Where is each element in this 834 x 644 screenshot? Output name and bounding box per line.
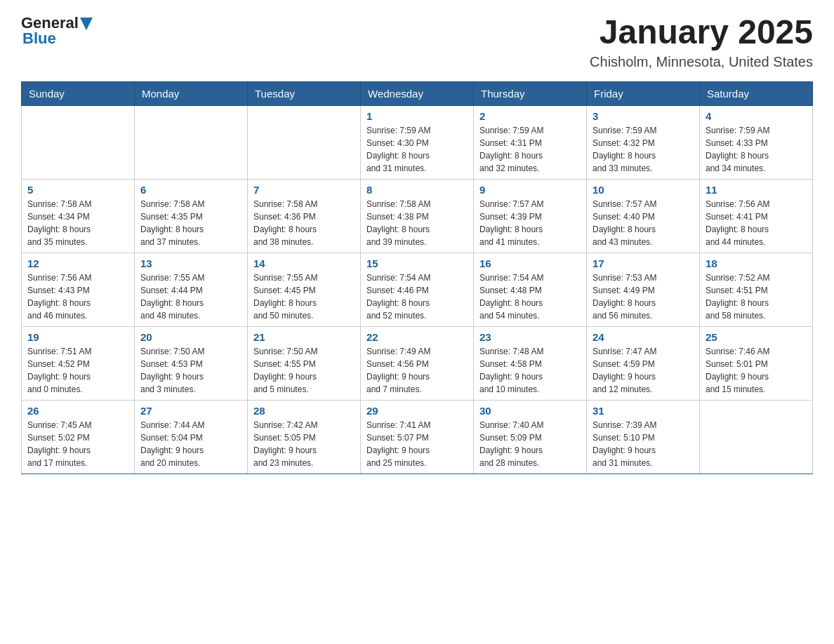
- calendar-cell: 6Sunrise: 7:58 AMSunset: 4:35 PMDaylight…: [135, 179, 248, 253]
- logo-blue-text: Blue: [22, 29, 56, 48]
- day-info: Sunrise: 7:51 AMSunset: 4:52 PMDaylight:…: [27, 345, 128, 396]
- day-info: Sunrise: 7:39 AMSunset: 5:10 PMDaylight:…: [593, 419, 694, 469]
- day-number: 4: [706, 110, 807, 122]
- day-number: 15: [366, 257, 468, 269]
- calendar-cell: 2Sunrise: 7:59 AMSunset: 4:31 PMDaylight…: [474, 105, 587, 179]
- day-info: Sunrise: 7:47 AMSunset: 4:59 PMDaylight:…: [593, 345, 694, 396]
- day-number: 20: [140, 331, 241, 343]
- calendar-week-1: 1Sunrise: 7:59 AMSunset: 4:30 PMDaylight…: [22, 105, 813, 179]
- day-info: Sunrise: 7:48 AMSunset: 4:58 PMDaylight:…: [479, 345, 581, 396]
- day-info: Sunrise: 7:42 AMSunset: 5:05 PMDaylight:…: [253, 419, 355, 469]
- calendar-cell: 5Sunrise: 7:58 AMSunset: 4:34 PMDaylight…: [22, 179, 135, 253]
- day-info: Sunrise: 7:58 AMSunset: 4:34 PMDaylight:…: [27, 198, 128, 248]
- calendar-cell: 12Sunrise: 7:56 AMSunset: 4:43 PMDayligh…: [22, 253, 135, 326]
- calendar-cell: [248, 105, 361, 179]
- day-info: Sunrise: 7:45 AMSunset: 5:02 PMDaylight:…: [27, 419, 128, 469]
- day-number: 18: [706, 257, 807, 269]
- day-header-tuesday: Tuesday: [248, 81, 361, 105]
- day-info: Sunrise: 7:50 AMSunset: 4:55 PMDaylight:…: [253, 345, 355, 396]
- day-header-sunday: Sunday: [22, 81, 135, 105]
- logo-triangle-icon: [80, 18, 93, 30]
- day-info: Sunrise: 7:53 AMSunset: 4:49 PMDaylight:…: [593, 271, 694, 322]
- calendar-cell: 17Sunrise: 7:53 AMSunset: 4:49 PMDayligh…: [587, 253, 700, 326]
- day-info: Sunrise: 7:59 AMSunset: 4:33 PMDaylight:…: [706, 124, 807, 175]
- calendar-cell: 14Sunrise: 7:55 AMSunset: 4:45 PMDayligh…: [248, 253, 361, 326]
- calendar-cell: [700, 400, 813, 474]
- calendar-cell: 10Sunrise: 7:57 AMSunset: 4:40 PMDayligh…: [587, 179, 700, 253]
- calendar-cell: 3Sunrise: 7:59 AMSunset: 4:32 PMDaylight…: [587, 105, 700, 179]
- day-number: 13: [140, 257, 241, 269]
- day-number: 7: [253, 184, 355, 196]
- day-info: Sunrise: 7:57 AMSunset: 4:40 PMDaylight:…: [593, 198, 694, 248]
- day-info: Sunrise: 7:52 AMSunset: 4:51 PMDaylight:…: [706, 271, 807, 322]
- day-info: Sunrise: 7:58 AMSunset: 4:36 PMDaylight:…: [253, 198, 355, 248]
- day-number: 19: [27, 331, 128, 343]
- day-info: Sunrise: 7:59 AMSunset: 4:31 PMDaylight:…: [479, 124, 581, 175]
- calendar-cell: 19Sunrise: 7:51 AMSunset: 4:52 PMDayligh…: [22, 326, 135, 400]
- calendar-week-4: 19Sunrise: 7:51 AMSunset: 4:52 PMDayligh…: [22, 326, 813, 400]
- location-title: Chisholm, Minnesota, United States: [590, 54, 813, 70]
- calendar-cell: 15Sunrise: 7:54 AMSunset: 4:46 PMDayligh…: [361, 253, 474, 326]
- day-info: Sunrise: 7:56 AMSunset: 4:43 PMDaylight:…: [27, 271, 128, 322]
- logo: General Blue: [21, 14, 93, 48]
- day-number: 31: [593, 405, 694, 417]
- calendar-cell: 23Sunrise: 7:48 AMSunset: 4:58 PMDayligh…: [474, 326, 587, 400]
- calendar-cell: 16Sunrise: 7:54 AMSunset: 4:48 PMDayligh…: [474, 253, 587, 326]
- day-info: Sunrise: 7:58 AMSunset: 4:35 PMDaylight:…: [140, 198, 241, 248]
- page-header: General Blue January 2025 Chisholm, Minn…: [21, 14, 813, 70]
- day-number: 1: [366, 110, 468, 122]
- calendar-week-5: 26Sunrise: 7:45 AMSunset: 5:02 PMDayligh…: [22, 400, 813, 474]
- calendar-cell: 8Sunrise: 7:58 AMSunset: 4:38 PMDaylight…: [361, 179, 474, 253]
- day-number: 22: [366, 331, 468, 343]
- calendar-cell: 27Sunrise: 7:44 AMSunset: 5:04 PMDayligh…: [135, 400, 248, 474]
- day-number: 25: [706, 331, 807, 343]
- day-info: Sunrise: 7:54 AMSunset: 4:46 PMDaylight:…: [366, 271, 468, 322]
- calendar-cell: 24Sunrise: 7:47 AMSunset: 4:59 PMDayligh…: [587, 326, 700, 400]
- day-header-thursday: Thursday: [474, 81, 587, 105]
- svg-marker-0: [80, 18, 93, 30]
- calendar-cell: 4Sunrise: 7:59 AMSunset: 4:33 PMDaylight…: [700, 105, 813, 179]
- day-number: 9: [479, 184, 581, 196]
- day-header-monday: Monday: [135, 81, 248, 105]
- day-number: 26: [27, 405, 128, 417]
- day-number: 8: [366, 184, 468, 196]
- day-number: 10: [593, 184, 694, 196]
- day-info: Sunrise: 7:49 AMSunset: 4:56 PMDaylight:…: [366, 345, 468, 396]
- day-info: Sunrise: 7:41 AMSunset: 5:07 PMDaylight:…: [366, 419, 468, 469]
- day-info: Sunrise: 7:46 AMSunset: 5:01 PMDaylight:…: [706, 345, 807, 396]
- calendar-cell: 11Sunrise: 7:56 AMSunset: 4:41 PMDayligh…: [700, 179, 813, 253]
- calendar-cell: 29Sunrise: 7:41 AMSunset: 5:07 PMDayligh…: [361, 400, 474, 474]
- calendar-cell: 26Sunrise: 7:45 AMSunset: 5:02 PMDayligh…: [22, 400, 135, 474]
- calendar-cell: [22, 105, 135, 179]
- day-number: 2: [479, 110, 581, 122]
- calendar-cell: 18Sunrise: 7:52 AMSunset: 4:51 PMDayligh…: [700, 253, 813, 326]
- day-info: Sunrise: 7:58 AMSunset: 4:38 PMDaylight:…: [366, 198, 468, 248]
- day-info: Sunrise: 7:56 AMSunset: 4:41 PMDaylight:…: [706, 198, 807, 248]
- calendar-week-2: 5Sunrise: 7:58 AMSunset: 4:34 PMDaylight…: [22, 179, 813, 253]
- day-info: Sunrise: 7:59 AMSunset: 4:30 PMDaylight:…: [366, 124, 468, 175]
- title-section: January 2025 Chisholm, Minnesota, United…: [590, 14, 813, 70]
- day-number: 14: [253, 257, 355, 269]
- calendar-cell: 7Sunrise: 7:58 AMSunset: 4:36 PMDaylight…: [248, 179, 361, 253]
- month-title: January 2025: [590, 14, 813, 51]
- day-number: 6: [140, 184, 241, 196]
- calendar-header-row: SundayMondayTuesdayWednesdayThursdayFrid…: [22, 81, 813, 105]
- calendar-cell: 21Sunrise: 7:50 AMSunset: 4:55 PMDayligh…: [248, 326, 361, 400]
- day-number: 17: [593, 257, 694, 269]
- calendar-cell: 13Sunrise: 7:55 AMSunset: 4:44 PMDayligh…: [135, 253, 248, 326]
- day-number: 12: [27, 257, 128, 269]
- day-number: 23: [479, 331, 581, 343]
- day-number: 11: [706, 184, 807, 196]
- calendar-cell: 20Sunrise: 7:50 AMSunset: 4:53 PMDayligh…: [135, 326, 248, 400]
- day-info: Sunrise: 7:55 AMSunset: 4:44 PMDaylight:…: [140, 271, 241, 322]
- day-number: 21: [253, 331, 355, 343]
- day-number: 28: [253, 405, 355, 417]
- day-header-wednesday: Wednesday: [361, 81, 474, 105]
- day-info: Sunrise: 7:54 AMSunset: 4:48 PMDaylight:…: [479, 271, 581, 322]
- calendar-table: SundayMondayTuesdayWednesdayThursdayFrid…: [21, 81, 813, 474]
- calendar-week-3: 12Sunrise: 7:56 AMSunset: 4:43 PMDayligh…: [22, 253, 813, 326]
- calendar-cell: 30Sunrise: 7:40 AMSunset: 5:09 PMDayligh…: [474, 400, 587, 474]
- day-number: 30: [479, 405, 581, 417]
- day-number: 27: [140, 405, 241, 417]
- calendar-cell: 1Sunrise: 7:59 AMSunset: 4:30 PMDaylight…: [361, 105, 474, 179]
